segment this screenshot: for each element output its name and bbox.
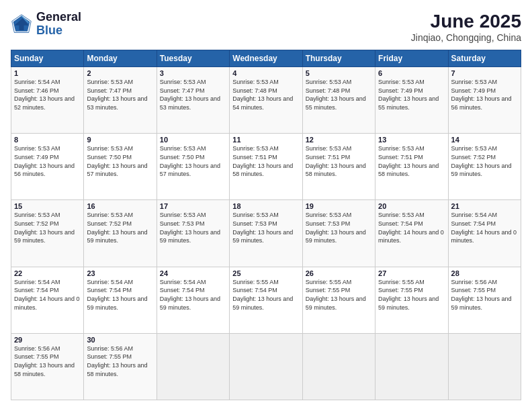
logo-icon (11, 13, 32, 35)
table-cell: 17 Sunrise: 5:53 AMSunset: 7:53 PMDaylig… (157, 200, 229, 267)
calendar-table: Sunday Monday Tuesday Wednesday Thursday… (11, 50, 521, 400)
day-number: 30 (87, 336, 153, 344)
table-cell: 11 Sunrise: 5:53 AMSunset: 7:51 PMDaylig… (230, 134, 302, 200)
table-cell: 23 Sunrise: 5:54 AMSunset: 7:54 PMDaylig… (84, 267, 157, 333)
logo-line1: General (36, 11, 81, 24)
table-cell: 5 Sunrise: 5:53 AMSunset: 7:48 PMDayligh… (302, 67, 375, 134)
table-cell: 26 Sunrise: 5:55 AMSunset: 7:55 PMDaylig… (302, 267, 375, 333)
day-info: Sunrise: 5:56 AMSunset: 7:55 PMDaylight:… (14, 345, 75, 377)
day-number: 16 (87, 202, 153, 210)
day-info: Sunrise: 5:56 AMSunset: 7:55 PMDaylight:… (87, 345, 147, 377)
day-info: Sunrise: 5:53 AMSunset: 7:53 PMDaylight:… (232, 212, 293, 244)
day-info: Sunrise: 5:53 AMSunset: 7:50 PMDaylight:… (87, 145, 147, 177)
day-number: 7 (451, 69, 518, 77)
day-number: 15 (14, 202, 81, 210)
table-cell: 19 Sunrise: 5:53 AMSunset: 7:53 PMDaylig… (302, 200, 375, 267)
table-cell: 29 Sunrise: 5:56 AMSunset: 7:55 PMDaylig… (11, 333, 84, 400)
col-monday: Monday (84, 50, 157, 67)
day-number: 6 (378, 69, 445, 77)
table-cell: 18 Sunrise: 5:53 AMSunset: 7:53 PMDaylig… (230, 200, 302, 267)
day-info: Sunrise: 5:53 AMSunset: 7:52 PMDaylight:… (451, 145, 512, 177)
day-info: Sunrise: 5:53 AMSunset: 7:47 PMDaylight:… (160, 79, 220, 111)
day-info: Sunrise: 5:56 AMSunset: 7:55 PMDaylight:… (451, 279, 512, 311)
day-number: 17 (160, 202, 226, 210)
day-number: 9 (87, 136, 153, 144)
day-info: Sunrise: 5:53 AMSunset: 7:52 PMDaylight:… (87, 212, 147, 244)
day-info: Sunrise: 5:55 AMSunset: 7:54 PMDaylight:… (232, 279, 293, 311)
day-info: Sunrise: 5:53 AMSunset: 7:50 PMDaylight:… (160, 145, 220, 177)
day-number: 8 (14, 136, 81, 144)
table-cell: 21 Sunrise: 5:54 AMSunset: 7:54 PMDaylig… (448, 200, 521, 267)
day-number: 24 (160, 269, 226, 277)
col-sunday: Sunday (11, 50, 84, 67)
table-cell: 25 Sunrise: 5:55 AMSunset: 7:54 PMDaylig… (230, 267, 302, 333)
table-cell: 28 Sunrise: 5:56 AMSunset: 7:55 PMDaylig… (448, 267, 521, 333)
table-cell: 12 Sunrise: 5:53 AMSunset: 7:51 PMDaylig… (302, 134, 375, 200)
calendar-row: 8 Sunrise: 5:53 AMSunset: 7:49 PMDayligh… (11, 134, 521, 200)
day-info: Sunrise: 5:54 AMSunset: 7:54 PMDaylight:… (451, 212, 517, 244)
table-cell: 30 Sunrise: 5:56 AMSunset: 7:55 PMDaylig… (84, 333, 157, 400)
logo-text: General Blue (36, 11, 81, 38)
day-info: Sunrise: 5:53 AMSunset: 7:49 PMDaylight:… (378, 79, 439, 111)
calendar-header-row: Sunday Monday Tuesday Wednesday Thursday… (11, 50, 521, 67)
table-cell (230, 333, 302, 400)
day-number: 29 (14, 336, 81, 344)
table-cell: 8 Sunrise: 5:53 AMSunset: 7:49 PMDayligh… (11, 134, 84, 200)
table-cell: 2 Sunrise: 5:53 AMSunset: 7:47 PMDayligh… (84, 67, 157, 134)
table-cell: 1 Sunrise: 5:54 AMSunset: 7:46 PMDayligh… (11, 67, 84, 134)
day-number: 20 (378, 202, 445, 210)
day-number: 13 (378, 136, 445, 144)
title-block: June 2025 Jinqiao, Chongqing, China (411, 11, 521, 43)
col-tuesday: Tuesday (157, 50, 229, 67)
day-number: 18 (232, 202, 299, 210)
table-cell: 9 Sunrise: 5:53 AMSunset: 7:50 PMDayligh… (84, 134, 157, 200)
day-info: Sunrise: 5:53 AMSunset: 7:49 PMDaylight:… (451, 79, 512, 111)
page: General Blue June 2025 Jinqiao, Chongqin… (0, 0, 532, 411)
table-cell: 6 Sunrise: 5:53 AMSunset: 7:49 PMDayligh… (375, 67, 448, 134)
table-cell: 16 Sunrise: 5:53 AMSunset: 7:52 PMDaylig… (84, 200, 157, 267)
day-info: Sunrise: 5:54 AMSunset: 7:54 PMDaylight:… (87, 279, 147, 311)
day-info: Sunrise: 5:53 AMSunset: 7:51 PMDaylight:… (306, 145, 366, 177)
table-cell: 10 Sunrise: 5:53 AMSunset: 7:50 PMDaylig… (157, 134, 229, 200)
table-cell (375, 333, 448, 400)
table-cell (448, 333, 521, 400)
day-info: Sunrise: 5:54 AMSunset: 7:46 PMDaylight:… (14, 79, 75, 111)
table-cell: 4 Sunrise: 5:53 AMSunset: 7:48 PMDayligh… (230, 67, 302, 134)
logo: General Blue (11, 11, 81, 38)
subtitle: Jinqiao, Chongqing, China (411, 32, 521, 43)
day-number: 4 (232, 69, 299, 77)
table-cell: 13 Sunrise: 5:53 AMSunset: 7:51 PMDaylig… (375, 134, 448, 200)
table-cell: 24 Sunrise: 5:54 AMSunset: 7:54 PMDaylig… (157, 267, 229, 333)
day-number: 27 (378, 269, 445, 277)
day-number: 22 (14, 269, 81, 277)
table-cell: 3 Sunrise: 5:53 AMSunset: 7:47 PMDayligh… (157, 67, 229, 134)
day-info: Sunrise: 5:53 AMSunset: 7:52 PMDaylight:… (14, 212, 75, 244)
day-number: 12 (306, 136, 372, 144)
day-number: 25 (232, 269, 299, 277)
day-number: 14 (451, 136, 518, 144)
day-number: 21 (451, 202, 518, 210)
day-number: 5 (306, 69, 372, 77)
day-info: Sunrise: 5:53 AMSunset: 7:53 PMDaylight:… (306, 212, 366, 244)
col-thursday: Thursday (302, 50, 375, 67)
day-info: Sunrise: 5:53 AMSunset: 7:47 PMDaylight:… (87, 79, 147, 111)
day-number: 10 (160, 136, 226, 144)
table-cell: 7 Sunrise: 5:53 AMSunset: 7:49 PMDayligh… (448, 67, 521, 134)
table-cell (157, 333, 229, 400)
day-number: 1 (14, 69, 81, 77)
calendar-row: 22 Sunrise: 5:54 AMSunset: 7:54 PMDaylig… (11, 267, 521, 333)
day-info: Sunrise: 5:53 AMSunset: 7:49 PMDaylight:… (14, 145, 75, 177)
table-cell (302, 333, 375, 400)
day-number: 2 (87, 69, 153, 77)
day-info: Sunrise: 5:53 AMSunset: 7:51 PMDaylight:… (232, 145, 293, 177)
table-cell: 14 Sunrise: 5:53 AMSunset: 7:52 PMDaylig… (448, 134, 521, 200)
day-number: 19 (306, 202, 372, 210)
day-info: Sunrise: 5:53 AMSunset: 7:53 PMDaylight:… (160, 212, 220, 244)
day-info: Sunrise: 5:53 AMSunset: 7:54 PMDaylight:… (378, 212, 444, 244)
day-info: Sunrise: 5:53 AMSunset: 7:48 PMDaylight:… (232, 79, 293, 111)
day-number: 11 (232, 136, 299, 144)
calendar-row: 15 Sunrise: 5:53 AMSunset: 7:52 PMDaylig… (11, 200, 521, 267)
day-number: 23 (87, 269, 153, 277)
logo-line2: Blue (36, 24, 81, 38)
calendar-row: 29 Sunrise: 5:56 AMSunset: 7:55 PMDaylig… (11, 333, 521, 400)
